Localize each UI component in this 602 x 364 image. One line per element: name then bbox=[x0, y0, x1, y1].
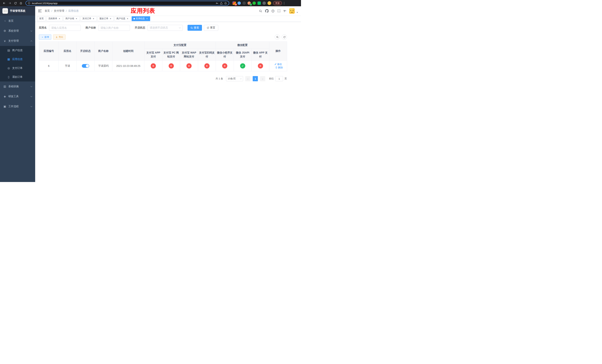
share-icon[interactable] bbox=[220, 2, 223, 5]
sidebar-item-app-info[interactable]: ▦ 应用信息 bbox=[0, 55, 35, 64]
page-content: 应用名 商户名称 开启状态 请选择开启状态 搜索 bbox=[35, 22, 301, 84]
url-text[interactable]: localhost:1024/pay/app bbox=[32, 2, 214, 5]
fullscreen-icon[interactable] bbox=[278, 10, 280, 12]
app-window: localhost:1024/pay/app 10 1 更新 ⋮ 芋道管理系统 … bbox=[0, 0, 301, 182]
avatar-caret-icon[interactable] bbox=[297, 12, 298, 13]
current-page-button[interactable]: 1 bbox=[253, 76, 258, 81]
breadcrumb-separator: / bbox=[66, 10, 67, 12]
svg-text:?: ? bbox=[272, 10, 274, 12]
tab-user-group[interactable]: 用户分组× bbox=[64, 16, 80, 21]
sidebar-toggle-icon[interactable] bbox=[38, 10, 42, 12]
extension-badge: 10 bbox=[235, 3, 237, 6]
sidebar-menu: ◔ 首页 ⚙ 系统管理 ¥ 支付管理 ▤ 商户信息 ▦ 应用信息 bbox=[0, 16, 35, 111]
page-size-select[interactable]: 10条/页 bbox=[226, 76, 243, 81]
extension-icon-orange[interactable]: 1 bbox=[247, 1, 251, 5]
sidebar-item-system[interactable]: ⚙ 系统管理 bbox=[0, 26, 35, 36]
gear-icon: ⚙ bbox=[3, 29, 7, 32]
browser-toolbar: localhost:1024/pay/app 10 1 更新 ⋮ bbox=[0, 0, 301, 6]
sidebar-item-payment[interactable]: ¥ 支付管理 bbox=[0, 36, 35, 46]
user-avatar[interactable] bbox=[289, 8, 295, 14]
sidebar-item-refund-order[interactable]: ▯ 退款订单 bbox=[0, 73, 35, 81]
search-icon[interactable] bbox=[259, 10, 262, 13]
tab-label: 退款订单 bbox=[99, 17, 108, 20]
col-header-merchant: 商户名称 bbox=[95, 42, 112, 61]
font-size-icon[interactable]: TT bbox=[283, 10, 286, 13]
col-header-alipay-qr: 支付宝扫码支付 bbox=[198, 49, 216, 61]
pagination-total: 共 1 条 bbox=[216, 77, 223, 80]
github-icon[interactable] bbox=[265, 9, 269, 13]
sidebar-item-workflow[interactable]: ▣ 工作流程 bbox=[0, 101, 35, 111]
sidebar-item-home[interactable]: ◔ 首页 bbox=[0, 16, 35, 26]
export-button-label: 导出 bbox=[59, 36, 63, 39]
merchant-name-input[interactable] bbox=[98, 25, 130, 31]
status-toggle[interactable] bbox=[82, 64, 89, 68]
sidebar-item-label: 支付订单 bbox=[12, 66, 22, 70]
edit-link[interactable]: 修改 bbox=[274, 63, 282, 66]
extension-icon-wechat-devtools[interactable] bbox=[258, 1, 261, 5]
browser-menu-icon[interactable]: ⋮ bbox=[283, 1, 286, 5]
export-button[interactable]: 导出 bbox=[53, 34, 65, 40]
cell-app-id: 6 bbox=[39, 61, 59, 71]
tab-home[interactable]: 首页 bbox=[37, 16, 45, 21]
browser-reload-button[interactable] bbox=[13, 1, 18, 6]
bookmark-star-icon[interactable] bbox=[224, 2, 227, 5]
browser-back-button[interactable] bbox=[2, 1, 7, 6]
next-page-button[interactable]: › bbox=[260, 76, 265, 81]
sidebar-item-pay-order[interactable]: ◎ 支付订单 bbox=[0, 64, 35, 73]
sidebar-item-infrastructure[interactable]: ▥ 基础设施 bbox=[0, 81, 35, 91]
search-button[interactable]: 搜索 bbox=[188, 25, 202, 31]
close-icon[interactable]: × bbox=[146, 17, 148, 20]
close-icon[interactable]: × bbox=[58, 17, 61, 20]
close-icon[interactable]: × bbox=[126, 17, 129, 20]
browser-forward-button[interactable] bbox=[7, 1, 12, 6]
refresh-button[interactable] bbox=[282, 34, 287, 40]
sidebar-item-label: 系统管理 bbox=[8, 29, 19, 32]
password-key-icon[interactable] bbox=[216, 2, 218, 5]
help-icon[interactable]: ? bbox=[271, 10, 275, 13]
sidebar-logo[interactable]: 芋道管理系统 bbox=[0, 6, 35, 16]
address-bar[interactable]: localhost:1024/pay/app bbox=[26, 1, 229, 6]
search-button-label: 搜索 bbox=[194, 26, 199, 30]
cell-app-name: 芋道 bbox=[59, 61, 76, 71]
status-select[interactable]: 请选择开启状态 bbox=[148, 25, 183, 31]
extension-icon-green-circle[interactable] bbox=[252, 1, 256, 5]
browser-home-button[interactable] bbox=[19, 1, 23, 6]
add-button[interactable]: ＋ 新增 bbox=[39, 34, 51, 40]
table-row: 6 芋道 芋道源码 2021-10-23 08:49:25 × × × × × … bbox=[39, 61, 287, 71]
wx-mini-status-icon: × bbox=[222, 63, 227, 68]
reset-button[interactable]: 重置 bbox=[204, 25, 218, 31]
close-icon[interactable]: × bbox=[109, 17, 112, 20]
workflow-icon: ▣ bbox=[3, 105, 7, 108]
extension-icon-blue[interactable] bbox=[237, 1, 241, 5]
site-info-icon[interactable] bbox=[28, 2, 30, 4]
close-icon[interactable]: × bbox=[92, 17, 95, 20]
browser-update-button[interactable]: 更新 bbox=[273, 1, 282, 5]
tab-process-form[interactable]: 流程表单× bbox=[46, 16, 63, 21]
sidebar-item-dev-tools[interactable]: ◈ 研发工具 bbox=[0, 91, 35, 101]
edit-link-label: 修改 bbox=[277, 63, 282, 66]
close-icon[interactable]: × bbox=[75, 17, 78, 20]
extension-icon-dark[interactable] bbox=[243, 1, 246, 5]
toggle-search-button[interactable] bbox=[275, 34, 280, 40]
extensions-pin-icon[interactable] bbox=[262, 1, 266, 5]
prev-page-button[interactable]: ‹ bbox=[245, 76, 250, 81]
breadcrumb-home[interactable]: 首页 bbox=[45, 9, 50, 13]
extension-icon-rainbow[interactable]: 10 bbox=[233, 1, 236, 5]
status-select-placeholder: 请选择开启状态 bbox=[150, 26, 168, 30]
sidebar-item-merchant-info[interactable]: ▤ 商户信息 bbox=[0, 46, 35, 55]
wx-app-status-icon: × bbox=[258, 63, 263, 68]
add-button-label: 新增 bbox=[44, 36, 49, 39]
goto-label: 前往 bbox=[269, 77, 274, 80]
tab-app-info[interactable]: 应用信息× bbox=[132, 16, 150, 21]
delete-link[interactable]: 删除 bbox=[275, 66, 283, 69]
group-header-alipay: 支付宝配置 bbox=[144, 42, 216, 49]
breadcrumb-payment[interactable]: 支付管理 bbox=[54, 9, 64, 13]
app-name-input[interactable] bbox=[49, 25, 81, 31]
browser-profile-avatar[interactable] bbox=[268, 1, 271, 5]
tab-refund-order[interactable]: 退款订单× bbox=[97, 16, 114, 21]
tab-label: 用户分组 bbox=[65, 17, 74, 20]
goto-page-input[interactable] bbox=[275, 76, 283, 81]
tab-merchant-info[interactable]: 商户信息× bbox=[115, 16, 131, 21]
tab-pay-order[interactable]: 支付订单× bbox=[81, 16, 97, 21]
top-navbar: 首页 / 支付管理 / 应用信息 应用列表 ? T bbox=[35, 6, 301, 16]
